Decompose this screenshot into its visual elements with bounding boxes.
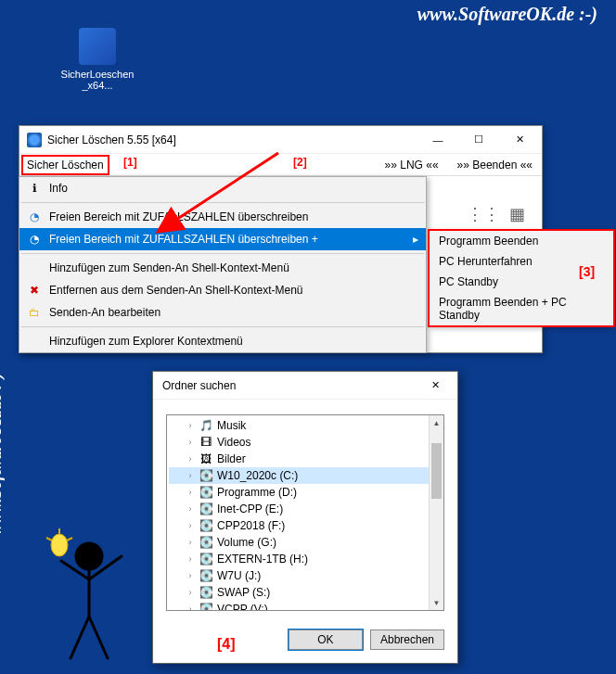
menu-item-info[interactable]: ℹ Info: [19, 177, 426, 199]
watermark-left: www.SoftwareOK.de :-): [0, 373, 6, 535]
maximize-button[interactable]: ☐: [458, 127, 499, 153]
chevron-right-icon[interactable]: ›: [186, 421, 195, 430]
menu-item-add-sendto[interactable]: Hinzufügen zum Senden-An Shell-Kontext-M…: [19, 257, 426, 279]
blank-icon: [27, 334, 42, 349]
remove-icon: ✖: [27, 283, 42, 298]
disk-icon: ◔: [27, 232, 42, 247]
info-icon: ℹ: [27, 181, 42, 196]
tree-item[interactable]: ›🎞Videos: [169, 434, 442, 451]
tree-item[interactable]: ›💽Programme (D:): [169, 484, 442, 501]
tree-item[interactable]: ›🖼Bilder: [169, 451, 442, 467]
svg-line-9: [46, 538, 52, 540]
chevron-right-icon[interactable]: ›: [186, 504, 195, 514]
tree-item[interactable]: ›💽VCPP (V:): [169, 601, 442, 611]
tree-item-label: EXTERN-1TB (H:): [217, 553, 308, 566]
tree-item-label: Musik: [217, 419, 246, 432]
menu-item-label: Freien Bereich mit ZUFALLSZAHLEN übersch…: [49, 233, 318, 246]
drive-icon: 💽: [199, 586, 213, 599]
menu-separator: [21, 326, 424, 327]
menu-item-remove-sendto[interactable]: ✖ Entfernen aus dem Senden-An Shell-Kont…: [19, 279, 426, 301]
chevron-right-icon[interactable]: ›: [186, 554, 195, 564]
svg-line-3: [61, 561, 89, 579]
close-button[interactable]: ✕: [499, 127, 540, 153]
annotation-4: [4]: [217, 636, 236, 653]
menu-item-overwrite-plus[interactable]: ◔ Freien Bereich mit ZUFALLSZAHLEN übers…: [19, 228, 426, 250]
chevron-right-icon[interactable]: ›: [186, 438, 195, 447]
desktop-shortcut[interactable]: SicherLoeschen_x64...: [60, 28, 135, 91]
drive-icon: 🖼: [199, 452, 213, 465]
menu-separator: [21, 253, 424, 254]
drive-icon: 💽: [199, 519, 213, 532]
tree-item[interactable]: ›💽EXTERN-1TB (H:): [169, 551, 442, 567]
submenu-item[interactable]: Programm Beenden: [430, 231, 613, 251]
submenu-item[interactable]: Programm Beenden + PC Standby: [430, 292, 613, 325]
dialog-titlebar[interactable]: Ordner suchen ✕: [153, 372, 457, 400]
scroll-down-icon[interactable]: ▼: [430, 595, 443, 610]
minimize-button[interactable]: —: [417, 127, 458, 153]
tree-item-label: CPP2018 (F:): [217, 519, 285, 532]
menu-item-label: Entfernen aus dem Senden-An Shell-Kontex…: [49, 284, 303, 297]
tree-scrollbar[interactable]: ▲▼: [429, 415, 443, 610]
chevron-right-icon[interactable]: ›: [186, 521, 195, 530]
drive-icon: 🎞: [199, 436, 213, 449]
browse-folder-dialog: Ordner suchen ✕ ›🎵Musik›🎞Videos›🖼Bilder›…: [152, 371, 458, 664]
chevron-right-icon[interactable]: ›: [186, 588, 195, 597]
grid-icon[interactable]: ▦: [509, 204, 525, 224]
folder-tree[interactable]: ›🎵Musik›🎞Videos›🖼Bilder›💽W10_2020c (C:)›…: [166, 414, 444, 611]
app-icon: [27, 133, 42, 147]
annotation-2: [2]: [293, 156, 307, 169]
chevron-right-icon[interactable]: ›: [186, 488, 195, 497]
chevron-right-icon[interactable]: ›: [186, 571, 195, 580]
tree-item[interactable]: ›💽SWAP (S:): [169, 584, 442, 601]
menu-item-add-explorer[interactable]: Hinzufügen zum Explorer Kontextmenü: [19, 330, 426, 352]
tree-item[interactable]: ›💽W10_2020c (C:): [169, 467, 442, 484]
drive-icon: 🎵: [199, 419, 213, 432]
menu-lng[interactable]: »» LNG ««: [381, 157, 443, 173]
menu-main[interactable]: Sicher Löschen: [21, 155, 109, 175]
dialog-close-button[interactable]: ✕: [415, 373, 456, 399]
menu-item-overwrite[interactable]: ◔ Freien Bereich mit ZUFALLSZAHLEN übers…: [19, 206, 426, 228]
drive-icon: 💽: [199, 553, 213, 566]
drive-icon: 💽: [199, 486, 213, 499]
annotation-3: [3]: [579, 264, 595, 279]
menu-item-label: Senden-An bearbeiten: [49, 306, 160, 319]
menu-separator: [21, 202, 424, 203]
cancel-button[interactable]: Abbrechen: [370, 629, 444, 650]
drive-icon: 💽: [199, 469, 213, 482]
svg-line-4: [89, 556, 122, 579]
menu-item-label: Info: [49, 182, 68, 195]
svg-line-6: [89, 617, 108, 658]
menu-item-label: Hinzufügen zum Explorer Kontextmenü: [49, 335, 243, 348]
annotation-1: [1]: [123, 156, 137, 169]
chevron-right-icon[interactable]: ›: [186, 538, 195, 547]
scroll-thumb[interactable]: [431, 443, 442, 499]
tree-item[interactable]: ›💽Inet-CPP (E:): [169, 501, 442, 517]
chevron-right-icon[interactable]: ›: [186, 604, 195, 611]
tree-item-label: W10_2020c (C:): [217, 469, 298, 482]
dialog-title: Ordner suchen: [162, 379, 415, 392]
tree-item[interactable]: ›💽CPP2018 (F:): [169, 517, 442, 534]
tree-item[interactable]: ›🎵Musik: [169, 417, 442, 434]
tree-item-label: Inet-CPP (E:): [217, 502, 283, 515]
watermark-top: www.SoftwareOK.de :-): [417, 4, 597, 25]
menu-item-label: Freien Bereich mit ZUFALLSZAHLEN übersch…: [49, 210, 308, 223]
tree-item[interactable]: ›💽W7U (J:): [169, 567, 442, 584]
menu-exit[interactable]: »» Beenden ««: [454, 157, 536, 173]
ok-button[interactable]: OK: [289, 629, 363, 650]
tree-item-label: SWAP (S:): [217, 586, 270, 599]
tool-icon[interactable]: ⋮⋮: [467, 204, 500, 224]
svg-line-10: [67, 538, 72, 540]
svg-point-7: [51, 534, 68, 556]
scroll-up-icon[interactable]: ▲: [430, 415, 443, 430]
titlebar[interactable]: Sicher Löschen 5.55 [x64] — ☐ ✕: [19, 126, 542, 154]
drive-icon: 💽: [199, 502, 213, 515]
tree-item-label: Bilder: [217, 452, 246, 465]
svg-point-1: [76, 543, 102, 569]
tree-item-label: Programme (D:): [217, 486, 297, 499]
menu-item-label: Hinzufügen zum Senden-An Shell-Kontext-M…: [49, 261, 289, 274]
chevron-right-icon[interactable]: ›: [186, 471, 195, 480]
desktop-shortcut-label: SicherLoeschen_x64...: [60, 69, 135, 91]
tree-item[interactable]: ›💽Volume (G:): [169, 534, 442, 551]
menu-item-edit-sendto[interactable]: 🗀 Senden-An bearbeiten: [19, 301, 426, 324]
chevron-right-icon[interactable]: ›: [186, 454, 195, 464]
